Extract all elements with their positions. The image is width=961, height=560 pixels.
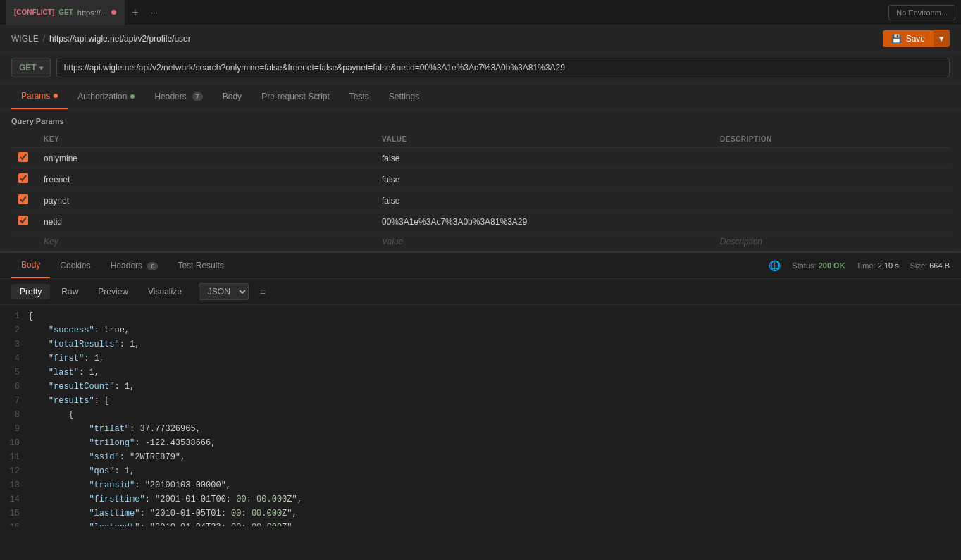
- value-cell: false: [375, 169, 713, 190]
- code-line: 9 "trilat": 37.77326965,: [0, 422, 961, 436]
- line-number: 10: [0, 436, 28, 450]
- line-content: "results": [: [28, 394, 109, 408]
- row-checkbox[interactable]: [18, 216, 28, 225]
- table-row: onlymine false: [11, 148, 950, 169]
- response-tabs-bar: Body Cookies Headers 8 Test Results 🌐 St…: [0, 253, 961, 279]
- code-line: 13 "transid": "20100103-00000",: [0, 478, 961, 492]
- line-content: {: [28, 309, 33, 323]
- tab-authorization[interactable]: Authorization: [68, 85, 144, 108]
- resp-tab-test-results[interactable]: Test Results: [168, 254, 233, 278]
- value-placeholder[interactable]: Value: [375, 232, 713, 251]
- query-params-label: Query Params: [11, 117, 950, 125]
- tab-method: GET: [58, 8, 73, 16]
- table-row: paynet false: [11, 190, 950, 211]
- table-row: netid 00%3A1e%3Ac7%3A0b%3A81%3A29: [11, 211, 950, 232]
- tab-body[interactable]: Body: [213, 85, 252, 108]
- line-content: "qos": 1,: [28, 464, 135, 478]
- resp-tab-cookies[interactable]: Cookies: [50, 254, 100, 278]
- line-number: 7: [0, 394, 28, 408]
- url-input[interactable]: [56, 58, 950, 77]
- tab-bar: [CONFLICT] GET https://... + ··· No Envi…: [0, 0, 961, 25]
- line-number: 3: [0, 337, 28, 351]
- table-row: freenet false: [11, 169, 950, 190]
- code-line: 5 "last": 1,: [0, 366, 961, 380]
- environment-selector[interactable]: No Environm...: [888, 5, 955, 20]
- headers-badge: 7: [192, 92, 203, 101]
- value-cell: false: [375, 190, 713, 211]
- code-area: 1 { 2 "success": true, 3 "totalResults":…: [0, 305, 961, 526]
- format-select[interactable]: JSON XML HTML: [199, 283, 249, 300]
- save-button[interactable]: 💾 Save: [883, 30, 934, 47]
- params-dot: [54, 94, 58, 98]
- col-check: [11, 131, 37, 148]
- status-info: 🌐 Status: 200 OK Time: 2.10 s Size: 664 …: [769, 260, 950, 271]
- description-placeholder[interactable]: Description: [713, 232, 950, 251]
- view-tab-visualize[interactable]: Visualize: [140, 284, 190, 299]
- line-content: {: [28, 408, 74, 422]
- resp-tab-headers[interactable]: Headers 8: [101, 254, 168, 278]
- line-number: 8: [0, 408, 28, 422]
- method-selector[interactable]: GET ▾: [11, 58, 51, 77]
- params-section: Query Params KEY VALUE DESCRIPTION: [0, 110, 961, 251]
- new-tab-button[interactable]: +: [125, 3, 145, 23]
- filter-button[interactable]: ≡: [256, 285, 270, 299]
- line-number: 1: [0, 309, 28, 323]
- status-label: Status: 200 OK: [792, 261, 845, 270]
- line-content: "first": 1,: [28, 351, 104, 366]
- line-content: "transid": "20100103-00000",: [28, 478, 231, 492]
- code-line: 10 "trilong": -122.43538666,: [0, 436, 961, 450]
- resp-tabs-left: Body Cookies Headers 8 Test Results: [11, 253, 234, 278]
- collection-name[interactable]: WIGLE: [11, 34, 39, 44]
- placeholder-row: Key Value Description: [11, 232, 950, 251]
- key-cell: onlymine: [37, 148, 375, 169]
- code-line: 6 "resultCount": 1,: [0, 380, 961, 394]
- line-number: 11: [0, 450, 28, 464]
- view-tab-preview[interactable]: Preview: [89, 284, 137, 299]
- save-chevron-button[interactable]: ▾: [934, 30, 950, 47]
- description-cell: [713, 190, 950, 211]
- resp-headers-badge: 8: [147, 262, 158, 270]
- code-line: 3 "totalResults": 1,: [0, 337, 961, 351]
- tab-url: https://...: [78, 8, 107, 17]
- breadcrumb-separator: /: [43, 34, 45, 44]
- col-key: KEY: [37, 131, 375, 148]
- code-line: 11 "ssid": "2WIRE879",: [0, 450, 961, 464]
- code-line: 15 "lasttime": "2010-01-05T01: 00: 00.00…: [0, 506, 961, 521]
- key-placeholder[interactable]: Key: [37, 232, 375, 251]
- tab-headers[interactable]: Headers 7: [144, 85, 212, 108]
- view-tab-pretty[interactable]: Pretty: [11, 284, 50, 299]
- response-time: 2.10 s: [878, 261, 899, 270]
- code-line: 16 "lastupdt": "2010-01-04T23: 00: 00.00…: [0, 521, 961, 526]
- view-tab-raw[interactable]: Raw: [53, 284, 87, 299]
- tab-prerequest[interactable]: Pre-request Script: [252, 85, 340, 108]
- code-line: 12 "qos": 1,: [0, 464, 961, 478]
- breadcrumb-bar: WIGLE / https://api.wigle.net/api/v2/pro…: [0, 25, 961, 52]
- code-line: 4 "first": 1,: [0, 351, 961, 366]
- line-number: 6: [0, 380, 28, 394]
- line-number: 14: [0, 492, 28, 506]
- tab-settings[interactable]: Settings: [379, 85, 429, 108]
- line-number: 5: [0, 366, 28, 380]
- line-content: "lasttime": "2010-01-05T01: 00: 00.000Z"…: [28, 506, 297, 521]
- tab-params[interactable]: Params: [11, 84, 68, 109]
- request-name: https://api.wigle.net/api/v2/profile/use…: [49, 34, 191, 44]
- key-cell: paynet: [37, 190, 375, 211]
- resp-tab-body[interactable]: Body: [11, 253, 50, 278]
- row-checkbox[interactable]: [18, 152, 28, 162]
- status-code: 200 OK: [819, 261, 845, 270]
- request-tabs: Params Authorization Headers 7 Body Pre-…: [0, 84, 961, 110]
- row-checkbox[interactable]: [18, 194, 28, 204]
- active-tab[interactable]: [CONFLICT] GET https://...: [6, 0, 125, 25]
- tab-tests[interactable]: Tests: [340, 85, 379, 108]
- key-cell: freenet: [37, 169, 375, 190]
- auth-dot: [130, 94, 135, 99]
- code-line: 2 "success": true,: [0, 323, 961, 337]
- params-table: KEY VALUE DESCRIPTION onlymine false f: [11, 131, 950, 251]
- globe-icon: 🌐: [769, 260, 781, 271]
- line-content: "last": 1,: [28, 366, 99, 380]
- line-content: "lastupdt": "2010-01-04T23: 00: 00.000Z"…: [28, 521, 297, 526]
- line-content: "resultCount": 1,: [28, 380, 135, 394]
- line-content: "firsttime": "2001-01-01T00: 00: 00.000Z…: [28, 492, 302, 506]
- row-checkbox[interactable]: [18, 173, 28, 183]
- more-tabs-button[interactable]: ···: [145, 8, 163, 18]
